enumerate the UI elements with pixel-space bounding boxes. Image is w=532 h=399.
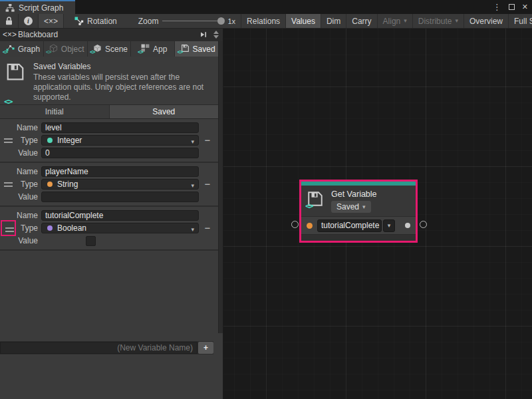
variable-list: Name Type Integer ▾ − Value [0, 119, 218, 251]
saved-variables-info: <> Saved Variables These variables will … [0, 57, 218, 104]
values-button[interactable]: Values [286, 14, 321, 28]
graph-variables-icon: <> [3, 44, 15, 54]
get-variable-node[interactable]: <> Get Variable Saved ▾ tutorialComplete [301, 182, 416, 241]
subtab-saved-label: Saved [152, 107, 175, 116]
rotation-button[interactable]: Rotation [69, 14, 122, 28]
window-controls: ⋮ ✕ [493, 0, 528, 14]
tab-object[interactable]: <> Object [44, 41, 87, 57]
overview-button[interactable]: Overview [464, 14, 509, 28]
tab-scene[interactable]: <> Scene [88, 41, 131, 57]
name-label: Name [0, 211, 41, 220]
value-label: Value [0, 192, 41, 201]
tab-script-graph[interactable]: Script Graph [0, 0, 75, 14]
value-label: Value [0, 236, 41, 245]
variables-icon: <×> [3, 30, 17, 39]
variable-name-field[interactable]: tutorialComplete [317, 219, 382, 232]
variable-type-dropdown[interactable]: Integer ▾ [41, 135, 199, 146]
caret-down-icon: ▾ [362, 204, 366, 210]
variable-name-dropdown[interactable]: ▾ [383, 219, 395, 232]
value-display-toggle[interactable]: <×> [39, 14, 64, 28]
tab-saved-label: Saved [193, 45, 215, 54]
tab-saved[interactable]: <> Saved [175, 41, 218, 57]
drag-handle-icon[interactable] [4, 178, 13, 190]
output-port-ring[interactable] [420, 221, 427, 228]
remove-variable-button[interactable]: − [203, 180, 212, 189]
zoom-slider[interactable] [162, 21, 223, 21]
dock-icon[interactable] [200, 31, 207, 38]
variable-type-dropdown[interactable]: String ▾ [41, 179, 199, 190]
scene-variables-icon: <> [90, 44, 102, 54]
relations-label: Relations [247, 17, 280, 26]
variable-row-playerName: Name Type String ▾ − Value [0, 163, 218, 207]
saved-variable-icon: <> [307, 190, 325, 210]
blackboard-header: <×> Blackboard [0, 29, 223, 41]
tab-title: Script Graph [19, 3, 63, 13]
scroll-up-icon[interactable] [213, 31, 219, 34]
variable-scope-tabs: <> Graph <> Object [0, 41, 218, 57]
carry-button[interactable]: Carry [346, 14, 377, 28]
variable-name-input[interactable] [41, 122, 199, 133]
maximize-icon[interactable] [509, 4, 515, 10]
floppy-disk-icon: <> [5, 62, 27, 104]
drag-handle-icon[interactable] [4, 134, 13, 146]
full-screen-button[interactable]: Full Screen [509, 14, 532, 28]
variable-name-input[interactable] [41, 166, 199, 177]
node-title: Get Variable [331, 190, 377, 199]
name-input-port[interactable] [307, 223, 313, 229]
caret-down-icon: ▾ [191, 183, 194, 189]
scroll-down-icon[interactable] [213, 35, 219, 39]
inspect-button[interactable]: i [19, 14, 39, 28]
graph-toolbar: i <×> Rotation Zoom 1x [0, 14, 532, 29]
object-variables-icon: <> [47, 44, 58, 54]
dim-button[interactable]: Dim [321, 14, 346, 28]
input-port-ring[interactable] [291, 221, 299, 228]
drag-handle-icon[interactable] [5, 223, 14, 235]
caret-down-icon: ▾ [191, 139, 194, 145]
name-label: Name [0, 167, 41, 176]
subtab-initial[interactable]: Initial [0, 105, 109, 118]
tab-graph-label: Graph [18, 45, 40, 54]
variable-type-dropdown[interactable]: Boolean ▾ [41, 223, 199, 233]
blackboard-title: Blackboard [18, 30, 58, 39]
remove-variable-button[interactable]: − [203, 136, 212, 145]
saved-variables-icon: <> [178, 44, 190, 54]
new-variable-row: + [0, 341, 213, 354]
tab-app-label: App [153, 45, 167, 54]
tab-app[interactable]: <> App [131, 41, 174, 57]
tab-graph[interactable]: <> Graph [0, 41, 43, 57]
node-header: <> Get Variable Saved ▾ [301, 186, 416, 216]
relations-button[interactable]: Relations [241, 14, 286, 28]
caret-down-icon: ▾ [404, 18, 407, 24]
info-icon: i [24, 17, 33, 25]
variable-value-input[interactable] [41, 192, 199, 202]
new-variable-input[interactable] [0, 342, 198, 354]
type-color-dot [47, 138, 53, 143]
tab-scene-label: Scene [105, 45, 128, 54]
variable-value-checkbox[interactable] [86, 236, 96, 246]
graph-canvas[interactable]: <> Get Variable Saved ▾ tutorialComplete [223, 29, 532, 399]
caret-down-icon: ▾ [191, 227, 194, 233]
type-value: Boolean [57, 223, 86, 233]
value-output-port[interactable] [405, 223, 410, 228]
script-graph-window: Script Graph ⋮ ✕ i <×> [0, 0, 532, 399]
zoom-control: Zoom 1x [133, 14, 241, 28]
tutorial-highlight-box [1, 220, 16, 236]
scope-dropdown[interactable]: Saved ▾ [331, 201, 371, 213]
add-variable-button[interactable]: + [198, 342, 213, 354]
variable-row-level: Name Type Integer ▾ − Value [0, 119, 218, 163]
zoom-slider-knob[interactable] [217, 17, 225, 25]
type-value: String [57, 180, 78, 189]
distribute-button[interactable]: Distribute ▾ [413, 14, 464, 28]
blackboard-scrollbar[interactable] [218, 41, 223, 333]
close-icon[interactable]: ✕ [522, 3, 528, 11]
kebab-menu-icon[interactable]: ⋮ [493, 3, 501, 11]
align-button[interactable]: Align ▾ [378, 14, 413, 28]
caret-down-icon: ▾ [455, 18, 458, 24]
variable-value-input[interactable] [41, 148, 199, 158]
subtab-initial-label: Initial [45, 107, 64, 116]
lock-button[interactable] [0, 14, 19, 28]
subtab-saved[interactable]: Saved [110, 105, 219, 118]
remove-variable-button[interactable]: − [203, 223, 212, 233]
variable-name-input[interactable] [41, 210, 199, 221]
node-footer [301, 234, 416, 241]
